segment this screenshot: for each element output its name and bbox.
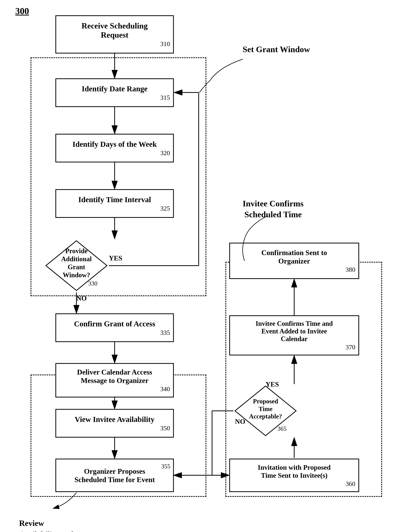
yes-label-365: YES [266,380,279,388]
label-set-grant-window: Set Grant Window [243,44,310,55]
box-310: Receive Scheduling Request 310 [55,15,174,54]
no-label-330: NO [76,294,87,302]
diamond-365: Proposed TimeAcceptable? 365 [233,384,298,438]
box-380: Confirmation Sent to Organizer 380 [229,243,359,279]
box-355: Organizer Proposes Scheduled Time for Ev… [55,459,174,492]
yes-label-330: YES [109,254,122,262]
label-invitee-confirms: Invitee Confirms Scheduled Time [243,187,304,220]
diamond-330: ProvideAdditional GrantWindow? 330 [44,239,109,292]
no-label-365: NO [235,417,245,426]
box-340: Deliver Calendar Access Message to Organ… [55,363,174,397]
box-335: Confirm Grant of Access 335 [55,314,174,342]
flowchart-diagram: 300 Receive Scheduling Request 310 Ident… [0,0,405,532]
label-review-availability: Review Availability and Schedule Event [19,506,74,532]
box-320: Identify Days of the Week 320 [55,134,174,163]
ref-number: 300 [15,6,29,16]
box-350: View Invitee Availability 350 [55,409,174,438]
box-370: Invitee Confirms Time and Event Added to… [229,315,359,355]
box-360: Invitation with Proposed Time Sent to In… [229,459,359,492]
box-325: Identify Time Interval 325 [55,189,174,218]
box-315: Identify Date Range 315 [55,78,174,107]
